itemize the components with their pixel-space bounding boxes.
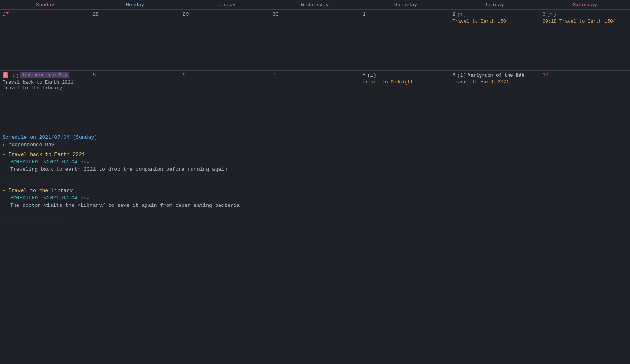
day-badge-4: Independence Day <box>20 72 69 78</box>
schedule-item-1-title: - Travel back to Earth 2021 <box>2 152 628 158</box>
day-badge2-9: Martyrdom of the Báb <box>468 73 524 78</box>
schedule-panel: Schedule on 2021/07/04 (Sunday) (Indepen… <box>0 131 630 227</box>
day-num-8: 8 <box>363 72 366 78</box>
schedule-holiday: (Independence Day) <box>2 142 628 148</box>
day-cell-10[interactable]: 10 <box>540 71 630 131</box>
day-cell-28[interactable]: 28 <box>90 10 180 71</box>
schedule-item-2-scheduled: SCHEDULED: <2021-07-04 zo> <box>10 195 628 201</box>
event-8-0[interactable]: Travel to Midnight <box>363 80 447 85</box>
event-9-0[interactable]: Travel to Earth 2021 <box>452 80 537 85</box>
day-num-4: 4 <box>3 72 8 78</box>
day-cell-7[interactable]: 7 <box>270 71 360 131</box>
col-header-friday: Friday <box>450 0 540 10</box>
day-cell-30[interactable]: 30 <box>270 10 360 71</box>
day-cell-2[interactable]: 2(1)Travel to Earth 1504 <box>450 10 540 71</box>
schedule-header: Schedule on 2021/07/04 (Sunday) <box>2 134 628 140</box>
day-cell-29[interactable]: 29 <box>180 10 270 71</box>
day-count-2: (1) <box>457 12 466 18</box>
event-3-0[interactable]: 09:18 Travel to Earth 1504 <box>543 19 627 24</box>
day-cell-27[interactable]: 27 <box>0 10 90 71</box>
calendar-table: Sunday Monday Tuesday Wednesday Thursday… <box>0 0 630 131</box>
day-num-7: 7 <box>272 72 276 78</box>
schedule-item-2-title: - Travel to the Library <box>2 188 628 194</box>
day-num-9: 9 <box>452 72 456 78</box>
schedule-item-2: - Travel to the Library SCHEDULED: <2021… <box>2 188 628 208</box>
day-cell-6[interactable]: 6 <box>180 71 270 131</box>
event-4-1[interactable]: Travel to the Library <box>3 85 87 91</box>
col-header-tuesday: Tuesday <box>180 0 270 10</box>
schedule-divider-1: -------------------- <box>2 177 628 183</box>
schedule-item-1: - Travel back to Earth 2021 SCHEDULED: <… <box>2 152 628 172</box>
col-header-sunday: Sunday <box>0 0 90 10</box>
schedule-item-2-desc: The doctor visits the /Library/ to save … <box>10 203 628 208</box>
day-count-8: (1) <box>367 72 376 78</box>
day-cell-8[interactable]: 8(1)Travel to Midnight <box>360 71 450 131</box>
col-header-wednesday: Wednesday <box>270 0 360 10</box>
schedule-item-1-desc: Traveling back to earth 2021 to drop the… <box>10 167 628 172</box>
day-num-27: 27 <box>3 11 9 17</box>
event-2-0[interactable]: Travel to Earth 1504 <box>452 19 537 24</box>
day-cell-9[interactable]: 9(1)Martyrdom of the BábTravel to Earth … <box>450 71 540 131</box>
day-num-10: 10 <box>543 72 549 78</box>
col-header-monday: Monday <box>90 0 180 10</box>
day-cell-5[interactable]: 5 <box>90 71 180 131</box>
event-4-0[interactable]: Travel back to Earth 2021 <box>3 80 87 85</box>
day-count-4: (2) <box>10 73 19 79</box>
day-count-9: (1) <box>457 72 466 78</box>
day-num-28: 28 <box>93 11 99 17</box>
day-num-5: 5 <box>93 72 96 78</box>
day-num-1: 1 <box>363 11 366 17</box>
col-header-saturday: Saturday <box>540 0 630 10</box>
day-num-2: 2 <box>452 11 456 17</box>
schedule-divider-2: -------------------- <box>2 213 628 219</box>
day-count-3: (1) <box>547 12 556 18</box>
day-num-3: 3 <box>543 11 546 17</box>
col-header-thursday: Thursday <box>360 0 450 10</box>
day-num-29: 29 <box>183 11 189 17</box>
day-cell-3[interactable]: 3(1)09:18 Travel to Earth 1504 <box>540 10 630 71</box>
day-cell-1[interactable]: 1 <box>360 10 450 71</box>
day-num-6: 6 <box>183 72 186 78</box>
day-num-30: 30 <box>272 11 279 17</box>
schedule-item-1-scheduled: SCHEDULED: <2021-07-04 zo> <box>10 159 628 165</box>
day-cell-4[interactable]: 4(2)Independence DayTravel back to Earth… <box>0 71 90 131</box>
